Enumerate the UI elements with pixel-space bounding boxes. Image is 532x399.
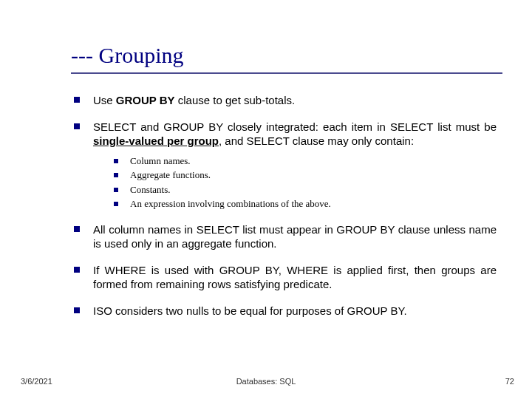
title-underline xyxy=(71,72,502,74)
text-span: Use xyxy=(93,94,116,106)
text-bold-underline: single-valued per group xyxy=(93,134,219,147)
sub-bullet-item: An expression involving combinations of … xyxy=(114,197,497,211)
bullet-item: ISO considers two nulls to be equal for … xyxy=(74,304,497,318)
slide-footer: 3/6/2021 Databases: SQL 72 xyxy=(0,377,532,389)
text-bold: GROUP BY xyxy=(116,94,175,106)
text-span: SELECT and GROUP BY closely integrated: … xyxy=(93,120,497,133)
bullet-item: All column names in SELECT list must app… xyxy=(74,222,497,251)
text-span: , and SELECT clause may only contain: xyxy=(219,134,414,147)
sub-bullet-item: Constants. xyxy=(114,183,497,197)
sub-bullet-list: Column names. Aggregate functions. Const… xyxy=(93,154,497,211)
title-block: --- Grouping xyxy=(71,43,502,74)
bullet-item: Use GROUP BY clause to get sub-totals. xyxy=(74,93,497,108)
bullet-item: SELECT and GROUP BY closely integrated: … xyxy=(74,120,497,211)
sub-bullet-item: Column names. xyxy=(114,154,497,168)
footer-title: Databases: SQL xyxy=(0,377,532,386)
footer-page-number: 72 xyxy=(505,377,514,386)
slide-title: --- Grouping xyxy=(71,43,502,72)
bullet-item: If WHERE is used with GROUP BY, WHERE is… xyxy=(74,263,497,292)
bullet-list: Use GROUP BY clause to get sub-totals. S… xyxy=(74,93,497,318)
text-span: clause to get sub-totals. xyxy=(175,94,296,106)
slide-body: Use GROUP BY clause to get sub-totals. S… xyxy=(74,93,497,330)
slide: --- Grouping Use GROUP BY clause to get … xyxy=(0,0,532,399)
sub-bullet-item: Aggregate functions. xyxy=(114,168,497,182)
